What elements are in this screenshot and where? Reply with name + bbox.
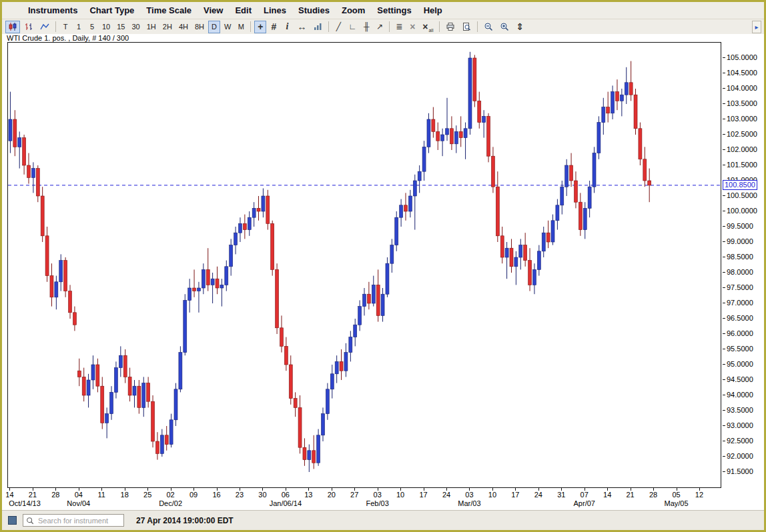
grid-toggle-button[interactable]: # <box>268 21 280 33</box>
delete-line-button[interactable]: × <box>406 21 418 33</box>
price-axis-label: 98.5000 <box>723 253 753 261</box>
print-button[interactable] <box>443 21 458 33</box>
timeframe-15m-button[interactable]: 15 <box>114 21 127 33</box>
timeframe-8h-button[interactable]: 8H <box>192 21 207 33</box>
time-axis[interactable]: 1421280411182502091623300613202703101724… <box>7 488 721 509</box>
candle <box>284 337 288 371</box>
chart-type-bars-button[interactable] <box>21 21 36 33</box>
chart-type-line-button[interactable] <box>37 21 52 33</box>
candle <box>607 92 610 123</box>
timeframe-5m-button[interactable]: 5 <box>86 21 98 33</box>
candle <box>45 227 49 282</box>
price-axis-label: 95.5000 <box>723 345 753 353</box>
timeframe-tick-button[interactable]: T <box>59 21 71 33</box>
candle <box>289 355 292 405</box>
delete-all-lines-icon: × <box>422 22 428 31</box>
candle <box>238 217 242 242</box>
candle <box>216 267 219 294</box>
price-axis-label: 96.0000 <box>723 329 753 338</box>
instrument-search-input[interactable] <box>37 516 121 525</box>
candle <box>363 288 366 315</box>
auto-scale-button[interactable]: ⇕ <box>513 21 526 33</box>
zoom-out-icon <box>484 22 493 31</box>
candle <box>206 248 210 291</box>
timeframe-daily-button[interactable]: D <box>208 21 220 33</box>
candle <box>381 288 384 322</box>
candle <box>23 135 26 175</box>
parallel-lines-tool-button[interactable]: ╫ <box>360 21 372 33</box>
candle <box>137 380 141 414</box>
candle <box>510 239 513 273</box>
menu-view[interactable]: View <box>198 5 229 15</box>
timeframe-weekly-button[interactable]: W <box>222 21 234 33</box>
candle <box>69 285 72 319</box>
candle <box>174 383 177 426</box>
toolbar-separator <box>477 21 478 32</box>
timeframe-10m-button[interactable]: 10 <box>99 21 113 33</box>
chart-area: WTI Crude 1. pos. , Daily, # 140 / 300 1… <box>2 34 764 510</box>
timeframe-monthly-button[interactable]: M <box>235 21 247 33</box>
candle <box>500 227 504 263</box>
candle <box>418 165 421 193</box>
line-chart-icon <box>40 22 49 31</box>
candle <box>602 98 605 135</box>
lines-manager-button[interactable]: ≣ <box>393 21 405 33</box>
menu-edit[interactable]: Edit <box>229 5 258 15</box>
price-axis-label: 104.0000 <box>723 84 757 93</box>
zoom-in-button[interactable] <box>497 21 512 33</box>
candle <box>298 395 302 453</box>
panel-toggle-icon[interactable] <box>8 516 17 525</box>
candle <box>459 116 462 147</box>
time-axis-label: 17 <box>419 491 427 499</box>
time-axis-label: 07 <box>581 491 589 499</box>
price-axis-label: 103.5000 <box>723 99 757 108</box>
angle-line-tool-button[interactable]: ∟ <box>346 21 359 33</box>
menu-help[interactable]: Help <box>418 5 448 15</box>
crosshair-button[interactable]: + <box>254 21 266 33</box>
instrument-search-box[interactable] <box>23 514 124 527</box>
candle <box>593 147 596 193</box>
price-axis-label: 92.5000 <box>723 437 753 445</box>
candle <box>9 92 12 153</box>
horizontal-scroll-button[interactable]: ↔ <box>294 21 309 33</box>
timeframe-4h-button[interactable]: 4H <box>176 21 191 33</box>
chart-plot-area[interactable] <box>7 42 721 488</box>
candle <box>114 361 117 398</box>
chart-type-candles-button[interactable] <box>5 21 20 33</box>
timeframe-2h-button[interactable]: 2H <box>160 21 175 33</box>
timeframe-30m-button[interactable]: 30 <box>129 21 143 33</box>
menu-lines[interactable]: Lines <box>258 5 292 15</box>
candle <box>330 365 334 399</box>
candle <box>386 257 389 297</box>
menu-instruments[interactable]: Instruments <box>22 5 83 15</box>
menu-settings[interactable]: Settings <box>371 5 417 15</box>
candle <box>482 110 486 137</box>
timeframe-1m-button[interactable]: 1 <box>73 21 85 33</box>
menu-chart-type[interactable]: Chart Type <box>83 5 140 15</box>
zoom-out-button[interactable] <box>481 21 496 33</box>
menu-zoom[interactable]: Zoom <box>336 5 371 15</box>
toolbar-overflow-button[interactable]: ▸ <box>752 21 761 33</box>
candle <box>183 294 187 355</box>
candle <box>262 189 265 218</box>
candle <box>432 107 435 138</box>
menu-time-scale[interactable]: Time Scale <box>140 5 198 15</box>
price-axis-label: 101.5000 <box>723 161 757 169</box>
price-axis[interactable]: 100.8500 105.0000104.5000104.0000103.500… <box>722 42 764 488</box>
ray-line-tool-button[interactable]: ↗ <box>374 21 386 33</box>
time-axis-label: 31 <box>557 491 565 499</box>
print-preview-button[interactable] <box>459 21 474 33</box>
candle <box>147 377 150 407</box>
time-axis-label: 21 <box>29 491 37 499</box>
menu-studies[interactable]: Studies <box>292 5 336 15</box>
candle <box>119 346 122 377</box>
candle <box>625 67 628 104</box>
trendline-tool-button[interactable]: ╱ <box>332 21 344 33</box>
timeframe-1h-button[interactable]: 1H <box>144 21 159 33</box>
delete-all-lines-button[interactable]: ×all <box>420 21 436 33</box>
ohlc-bars-icon <box>24 22 33 31</box>
volume-toggle-button[interactable] <box>310 21 325 33</box>
candle <box>128 368 131 402</box>
candle <box>266 190 270 230</box>
info-button[interactable]: i <box>281 21 293 33</box>
